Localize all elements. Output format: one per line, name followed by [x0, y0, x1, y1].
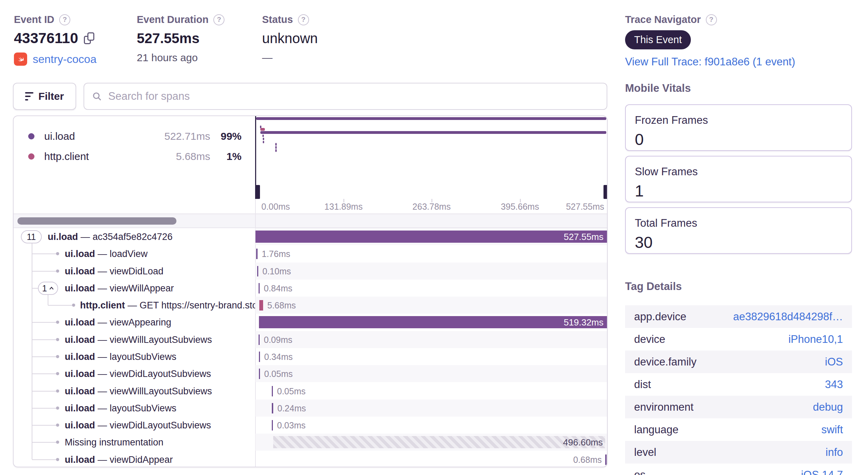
- span-bar-cell: 0.84ms: [255, 280, 608, 297]
- tag-key: os: [634, 469, 646, 475]
- tree-connector-line: [32, 322, 56, 323]
- tag-value-link[interactable]: 343: [825, 378, 843, 391]
- span-duration-label: 0.68ms: [573, 454, 602, 465]
- minimap-span-mark: [263, 138, 264, 140]
- span-duration-bar: [259, 283, 260, 293]
- span-duration-label: 0.10ms: [262, 266, 291, 276]
- span-row[interactable]: ui.load — viewDidLoad0.10ms: [14, 263, 608, 280]
- span-tree-cell: ui.load — viewWillLayoutSubviews: [14, 331, 255, 348]
- tag-value-link[interactable]: iPhone10,1: [788, 333, 843, 346]
- help-icon[interactable]: ?: [706, 14, 717, 25]
- minimap-right-edge: [607, 116, 608, 199]
- span-row[interactable]: ui.load — viewDidLayoutSubviews0.05ms: [14, 365, 608, 382]
- span-bar-cell: 0.34ms: [255, 348, 608, 365]
- filter-button[interactable]: Filter: [13, 83, 76, 110]
- tree-node-dot: [56, 338, 59, 341]
- span-row[interactable]: ui.load — viewAppearing519.32ms: [14, 314, 608, 331]
- tree-connector-line: [48, 305, 72, 306]
- tree-connector-line: [32, 288, 38, 289]
- span-description: ui.load — viewAppearing: [65, 317, 171, 328]
- span-bar-cell: 496.60ms: [255, 434, 608, 451]
- tag-key: app.device: [634, 311, 686, 323]
- span-tree-cell: ui.load — viewAppearing: [14, 314, 255, 331]
- tag-value-link[interactable]: ae3829618d484298f…: [733, 311, 843, 323]
- tree-node-dot: [56, 424, 59, 427]
- span-count-pill[interactable]: 1: [38, 282, 58, 295]
- vital-value: 0: [635, 130, 644, 149]
- span-duration-bar: [272, 420, 273, 430]
- tree-node-dot: [56, 321, 59, 324]
- minimap-span-mark: [260, 128, 265, 131]
- span-bar-cell: 0.68ms: [255, 451, 608, 467]
- tag-value-link[interactable]: iOS: [825, 356, 843, 368]
- tag-value-link[interactable]: debug: [813, 401, 843, 413]
- span-row[interactable]: ui.load — viewDidLayoutSubviews0.03ms: [14, 417, 608, 434]
- span-row[interactable]: ui.load — viewDidAppear0.68ms: [14, 451, 608, 467]
- tag-row: device.familyiOS: [625, 351, 852, 373]
- tag-key: language: [634, 424, 679, 436]
- span-row[interactable]: 1ui.load — viewWillAppear0.84ms: [14, 280, 608, 297]
- span-duration-label: 496.60ms: [563, 437, 603, 448]
- span-row[interactable]: ui.load — layoutSubViews0.34ms: [14, 348, 608, 365]
- span-row[interactable]: ui.load — viewWillLayoutSubviews0.09ms: [14, 331, 608, 348]
- minimap-right-handle[interactable]: [603, 185, 608, 199]
- event-id-label-row: Event ID ?: [14, 14, 96, 25]
- trace-view-panel: ui.load522.71ms99%http.client5.68ms1% 0.…: [13, 115, 608, 467]
- tag-row: languageswift: [625, 418, 852, 441]
- tag-value-link[interactable]: swift: [821, 424, 843, 436]
- copy-icon[interactable]: [84, 32, 94, 44]
- trace-navigator-section: Trace Navigator ? This Event View Full T…: [625, 14, 795, 68]
- minimap-span-mark: [275, 146, 277, 149]
- span-row[interactable]: ui.load — loadView1.76ms: [14, 245, 608, 262]
- span-row[interactable]: http.client — GET https://sentry-brand.s…: [14, 297, 608, 314]
- minimap-left-handle[interactable]: [255, 185, 260, 199]
- span-bar-cell: 1.76ms: [255, 245, 608, 262]
- event-id-value: 43376110: [14, 30, 78, 47]
- status-value: unknown: [262, 30, 318, 47]
- tag-value-link[interactable]: info: [826, 446, 843, 459]
- project-link[interactable]: sentry-cocoa: [33, 53, 96, 66]
- op-percentage: 1%: [227, 151, 242, 162]
- span-search: [84, 83, 607, 110]
- span-row[interactable]: ui.load — viewWillLayoutSubviews0.05ms: [14, 383, 608, 400]
- span-count-pill[interactable]: 11: [21, 230, 42, 243]
- span-duration-label: 1.76ms: [262, 249, 290, 259]
- minimap-span-mark: [262, 135, 264, 137]
- op-color-dot: [28, 153, 34, 160]
- span-description: ui.load — viewDidAppear: [65, 454, 173, 465]
- span-duration-bar: [272, 386, 273, 396]
- tree-connector-line: [32, 253, 56, 254]
- event-duration-section: Event Duration ? 527.55ms 21 hours ago: [137, 14, 224, 64]
- span-description: ui.load — loadView: [65, 248, 148, 259]
- span-bar-cell: 527.55ms: [255, 228, 608, 245]
- this-event-badge[interactable]: This Event: [625, 30, 691, 49]
- tree-connector-line: [32, 356, 56, 357]
- span-event-page: Event ID ? 43376110 sentry-cocoa Event D…: [0, 0, 868, 475]
- horizontal-scrollbar[interactable]: [17, 217, 176, 225]
- span-description: ui.load — layoutSubViews: [65, 403, 176, 413]
- span-description: ui.load — ac354af5e82c4726: [48, 231, 173, 242]
- help-icon[interactable]: ?: [298, 14, 309, 25]
- trace-navigator-label: Trace Navigator: [625, 14, 701, 25]
- help-icon[interactable]: ?: [213, 14, 224, 25]
- span-duration-label: 5.68ms: [267, 300, 296, 310]
- span-description: http.client — GET https://sentry-brand.s…: [80, 300, 255, 311]
- tree-node-dot: [56, 406, 59, 410]
- span-tree-cell: ui.load — viewWillLayoutSubviews: [14, 383, 255, 400]
- tag-row: environmentdebug: [625, 396, 852, 418]
- tag-value-link[interactable]: iOS 14.7: [801, 469, 843, 475]
- span-row[interactable]: ui.load — layoutSubViews0.24ms: [14, 400, 608, 417]
- span-duration-bar: [255, 231, 608, 243]
- help-icon[interactable]: ?: [59, 14, 70, 25]
- tree-node-dot: [56, 355, 59, 358]
- span-row[interactable]: 11ui.load — ac354af5e82c4726527.55ms: [14, 228, 608, 245]
- span-description: ui.load — viewWillAppear: [65, 283, 174, 293]
- view-full-trace-link[interactable]: View Full Trace: f901a8e6 (1 event): [625, 56, 795, 68]
- search-input[interactable]: [108, 90, 599, 103]
- span-row[interactable]: Missing instrumentation496.60ms: [14, 434, 608, 451]
- span-duration-bar: [259, 300, 263, 311]
- span-duration-bar: [272, 403, 273, 413]
- tree-connector-line: [32, 373, 56, 374]
- trace-minimap[interactable]: [255, 116, 608, 199]
- span-bar-cell: 0.10ms: [255, 263, 608, 280]
